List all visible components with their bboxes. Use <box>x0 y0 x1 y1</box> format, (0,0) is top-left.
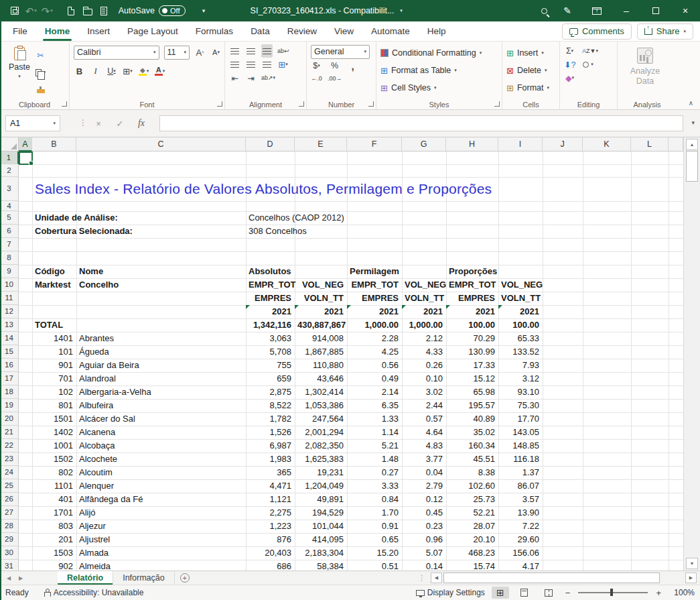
print-preview-icon[interactable] <box>96 2 112 19</box>
align-top-icon[interactable] <box>229 44 240 58</box>
cell-H30[interactable]: 468.23 <box>446 546 498 560</box>
cell-F9[interactable]: Permilagem <box>347 265 402 278</box>
align-left-icon[interactable] <box>229 58 240 71</box>
cell-F20[interactable]: 1.33 <box>347 412 402 426</box>
column-header-C[interactable]: C <box>76 137 246 152</box>
cell-H26[interactable]: 25.73 <box>446 493 498 506</box>
column-header-D[interactable]: D <box>246 137 295 152</box>
column-header-A[interactable]: A <box>19 137 32 152</box>
cell-B6[interactable]: Cobertura Selecionada: <box>32 225 135 238</box>
cell-F21[interactable]: 1.14 <box>347 426 402 439</box>
cell-I21[interactable]: 143.05 <box>498 426 543 439</box>
cell-I17[interactable]: 3.12 <box>498 372 543 385</box>
format-painter-icon[interactable] <box>35 83 46 97</box>
accessibility-status[interactable]: Accessibility: Unavailable <box>54 588 144 597</box>
cell-G27[interactable]: 0.45 <box>402 506 446 520</box>
selected-cell-A1[interactable] <box>19 152 33 165</box>
cell-G14[interactable]: 2.12 <box>402 332 446 345</box>
ribbon-display-options-icon[interactable]: ↑ <box>582 0 612 21</box>
currency-icon[interactable]: $ ▾ <box>311 59 322 72</box>
row-header-11[interactable]: 11 <box>0 292 19 305</box>
cell-I28[interactable]: 7.22 <box>498 520 543 533</box>
cell-G30[interactable]: 5.07 <box>402 546 446 560</box>
cell-H18[interactable]: 65.98 <box>446 385 498 399</box>
cell-I15[interactable]: 133.52 <box>498 345 543 359</box>
increase-indent-icon[interactable]: ⇥ <box>245 71 257 84</box>
cell-E19[interactable]: 1,053,386 <box>295 399 347 412</box>
cell-G26[interactable]: 0.12 <box>402 493 446 506</box>
cell-E17[interactable]: 43,646 <box>295 372 347 385</box>
format-cells-button[interactable]: ⊞ Format▾ <box>506 79 557 97</box>
cell-B25[interactable]: 1101 <box>32 479 76 493</box>
column-header-E[interactable]: E <box>295 137 347 152</box>
cell-G23[interactable]: 3.77 <box>402 453 446 466</box>
row-header-6[interactable]: 6 <box>0 225 19 238</box>
cell-G11[interactable]: VOLN_TT <box>402 292 446 305</box>
cell-F26[interactable]: 0.84 <box>347 493 402 506</box>
row-header-24[interactable]: 24 <box>0 466 19 479</box>
cell-C9[interactable]: Nome <box>76 265 106 278</box>
cell-E11[interactable]: VOLN_TT <box>295 292 347 305</box>
find-select-icon[interactable]: ▾ <box>582 58 593 71</box>
cell-G15[interactable]: 4.33 <box>402 345 446 359</box>
cell-F23[interactable]: 1.48 <box>347 453 402 466</box>
cell-B30[interactable]: 1503 <box>32 546 76 560</box>
row-header-23[interactable]: 23 <box>0 453 19 466</box>
cell-E22[interactable]: 2,082,350 <box>295 439 347 453</box>
cell-H20[interactable]: 40.89 <box>446 412 498 426</box>
percent-icon[interactable]: % <box>329 59 340 72</box>
cut-icon[interactable]: ✂ <box>35 48 46 62</box>
cell-D11[interactable]: EMPRES <box>246 292 295 305</box>
cell-I18[interactable]: 93.10 <box>498 385 543 399</box>
cell-D16[interactable]: 755 <box>246 359 295 372</box>
cell-G19[interactable]: 2.44 <box>402 399 446 412</box>
cell-B14[interactable]: 1401 <box>32 332 76 345</box>
row-header-21[interactable]: 21 <box>0 426 19 439</box>
cell-I20[interactable]: 17.70 <box>498 412 543 426</box>
cell-I23[interactable]: 116.18 <box>498 453 543 466</box>
cell-F12[interactable]: 2021 <box>347 305 402 318</box>
formula-input[interactable] <box>159 115 683 131</box>
autosave-control[interactable]: AutoSave Off <box>119 5 186 16</box>
comments-button[interactable]: Comments <box>562 23 632 40</box>
cell-D15[interactable]: 5,708 <box>246 345 295 359</box>
paste-button[interactable]: Paste ▾ <box>4 44 35 98</box>
cell-B9[interactable]: Código <box>32 265 68 278</box>
cell-C15[interactable]: Águeda <box>76 345 112 359</box>
comma-style-icon[interactable]: , <box>347 59 358 72</box>
cell-E13[interactable]: 430,887,867 <box>295 318 347 332</box>
cell-C20[interactable]: Alcácer do Sal <box>76 412 138 426</box>
cell-B24[interactable]: 802 <box>32 466 76 479</box>
cell-F24[interactable]: 0.27 <box>347 466 402 479</box>
row-header-9[interactable]: 9 <box>0 265 19 278</box>
cell-H21[interactable]: 35.02 <box>446 426 498 439</box>
cell-C25[interactable]: Alenquer <box>76 479 117 493</box>
horizontal-scrollbar[interactable]: ◀ ▶ <box>431 573 697 584</box>
cell-E28[interactable]: 101,044 <box>295 520 347 533</box>
scroll-up-icon[interactable]: ▲ <box>686 139 698 150</box>
column-header-H[interactable]: H <box>446 137 498 152</box>
cell-E27[interactable]: 194,529 <box>295 506 347 520</box>
cell-B20[interactable]: 1501 <box>32 412 76 426</box>
cell-D18[interactable]: 2,875 <box>246 385 295 399</box>
align-middle-icon[interactable] <box>245 44 257 58</box>
row-header-22[interactable]: 22 <box>0 439 19 453</box>
cell-E14[interactable]: 914,008 <box>295 332 347 345</box>
align-bottom-icon[interactable] <box>261 44 273 58</box>
cell-F22[interactable]: 5.21 <box>347 439 402 453</box>
normal-view-icon[interactable]: ⊞ <box>492 587 509 599</box>
cell-H23[interactable]: 45.51 <box>446 453 498 466</box>
cell-D23[interactable]: 1,983 <box>246 453 295 466</box>
cell-B16[interactable]: 901 <box>32 359 76 372</box>
row-header-15[interactable]: 15 <box>0 345 19 359</box>
save-icon[interactable] <box>7 2 23 19</box>
cell-F28[interactable]: 0.91 <box>347 520 402 533</box>
tab-page-layout[interactable]: Page Layout <box>119 21 187 41</box>
cell-I19[interactable]: 75.30 <box>498 399 543 412</box>
cell-C14[interactable]: Abrantes <box>76 332 117 345</box>
decrease-font-icon[interactable]: A▾ <box>210 46 222 59</box>
row-header-17[interactable]: 17 <box>0 372 19 385</box>
cell-E24[interactable]: 19,231 <box>295 466 347 479</box>
cell-H31[interactable]: 15.74 <box>446 560 498 571</box>
row-header-13[interactable]: 13 <box>0 318 19 332</box>
